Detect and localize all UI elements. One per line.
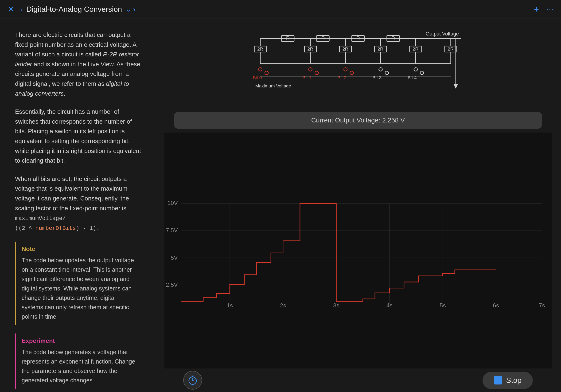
svg-rect-60 — [164, 193, 552, 309]
add-button[interactable]: + — [534, 4, 539, 14]
svg-text:2R: 2R — [257, 46, 263, 52]
note-label: Note — [22, 245, 138, 253]
paragraph-1: There are electric circuits that can out… — [15, 30, 143, 98]
code-maxvoltage: maximumVoltage/ — [15, 215, 66, 222]
experiment-label: Experiment — [22, 337, 138, 345]
svg-text:2R: 2R — [413, 46, 419, 52]
stop-button[interactable]: Stop — [483, 372, 533, 389]
code-numbits: numberOfBits — [35, 225, 76, 231]
italic-r2r: R-2R resistor ladder — [15, 51, 139, 68]
svg-text:R: R — [321, 35, 325, 41]
experiment-text: The code below generates a voltage that … — [22, 347, 138, 385]
nav-forward-container: › — [133, 5, 135, 13]
svg-text:Output Voltage: Output Voltage — [426, 31, 459, 37]
timer-icon — [187, 375, 198, 385]
svg-text:10V: 10V — [168, 200, 178, 206]
italic-dac: digital-to-analog converters — [15, 80, 131, 97]
circuit-svg: Output Voltage R R R R — [164, 23, 552, 99]
svg-text:R: R — [356, 35, 360, 41]
timer-button[interactable] — [183, 371, 202, 390]
note-box: Note The code below updates the output v… — [15, 242, 143, 325]
note-text: The code below updates the output voltag… — [22, 255, 138, 321]
main-content: There are electric circuits that can out… — [0, 19, 561, 392]
svg-text:7,5V: 7,5V — [166, 227, 178, 233]
paragraph-2: Essentially, the circuit has a number of… — [15, 107, 143, 166]
code-formula: ((2 ^ numberOfBits) - 1). — [15, 225, 100, 231]
svg-text:2R: 2R — [448, 46, 454, 52]
bottom-bar: Stop — [155, 369, 561, 392]
chart-area: 10V 7,5V 5V 2,5V 1s 2s 3s 4s 5s 6s 7s — [164, 132, 552, 369]
svg-text:R: R — [391, 35, 395, 41]
left-panel: There are electric circuits that can out… — [0, 19, 155, 392]
svg-text:2R: 2R — [378, 46, 383, 52]
right-panel: Output Voltage R R R R — [155, 19, 561, 392]
page-title: Digital-to-Analog Conversion — [26, 5, 122, 14]
paragraph-3: When all bits are set, the circuit outpu… — [15, 174, 143, 233]
svg-text:5V: 5V — [171, 254, 178, 261]
nav-forward-button[interactable]: › — [133, 5, 135, 13]
title-chevron-icon[interactable]: ⌄ — [126, 5, 131, 13]
svg-text:Maximum Voltage: Maximum Voltage — [255, 83, 291, 88]
header-actions: + ··· — [534, 4, 553, 14]
close-button[interactable]: ✕ — [8, 4, 15, 14]
more-button[interactable]: ··· — [546, 4, 553, 14]
navigation-controls: ‹ — [20, 5, 22, 13]
stop-icon — [494, 376, 502, 384]
svg-text:2R: 2R — [308, 46, 313, 52]
voltage-display: Current Output Voltage: 2,258 V — [174, 112, 542, 129]
stop-label: Stop — [506, 376, 521, 385]
nav-back-button[interactable]: ‹ — [20, 5, 22, 13]
svg-text:2,5V: 2,5V — [166, 282, 178, 288]
svg-text:R: R — [286, 35, 290, 41]
header: ✕ ‹ Digital-to-Analog Conversion ⌄ › + ·… — [0, 0, 561, 19]
svg-text:2R: 2R — [343, 46, 348, 52]
circuit-diagram-area: Output Voltage R R R R — [155, 19, 561, 108]
experiment-box: Experiment The code below generates a vo… — [15, 334, 143, 389]
svg-text:7s: 7s — [539, 302, 545, 309]
